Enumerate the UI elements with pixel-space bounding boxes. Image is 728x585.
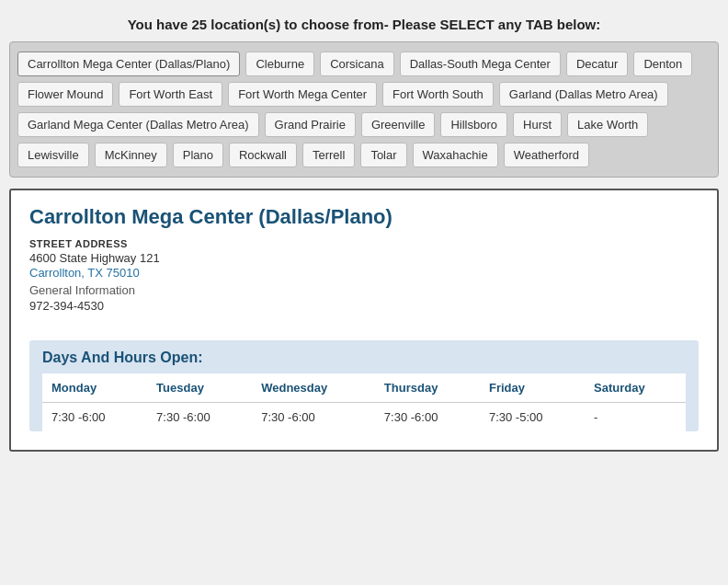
tab-garland-dallas[interactable]: Garland (Dallas Metro Area) xyxy=(499,82,668,107)
tab-hillsboro[interactable]: Hillsboro xyxy=(440,112,507,137)
tab-flower-mound[interactable]: Flower Mound xyxy=(17,82,113,107)
tab-tolar[interactable]: Tolar xyxy=(360,143,406,167)
tab-grand-prairie[interactable]: Grand Prairie xyxy=(265,112,356,137)
hours-cell-thursday: 7:30 -6:00 xyxy=(375,403,480,432)
tab-mckinney[interactable]: McKinney xyxy=(95,143,167,167)
tab-denton[interactable]: Denton xyxy=(633,52,692,76)
day-header-tuesday: Tuesday xyxy=(147,373,252,403)
page-header: You have 25 location(s) to choose from- … xyxy=(9,9,719,41)
tab-fort-worth-south[interactable]: Fort Worth South xyxy=(382,82,494,107)
page-wrapper: You have 25 location(s) to choose from- … xyxy=(9,9,719,452)
street-address-label: STREET ADDRESS xyxy=(29,238,699,249)
tab-lake-worth[interactable]: Lake Worth xyxy=(567,112,648,137)
tab-waxahachie[interactable]: Waxahachie xyxy=(413,143,498,167)
hours-cell-friday: 7:30 -5:00 xyxy=(480,403,585,432)
day-header-thursday: Thursday xyxy=(375,373,480,403)
tab-plano[interactable]: Plano xyxy=(173,143,223,167)
tab-fort-worth-mega[interactable]: Fort Worth Mega Center xyxy=(228,82,377,107)
hours-cell-wednesday: 7:30 -6:00 xyxy=(252,403,375,432)
tab-decatur[interactable]: Decatur xyxy=(566,52,629,76)
tab-fort-worth-east[interactable]: Fort Worth East xyxy=(119,82,222,107)
tab-hurst[interactable]: Hurst xyxy=(513,112,562,137)
day-header-monday: Monday xyxy=(42,373,147,403)
tab-cleburne[interactable]: Cleburne xyxy=(245,52,314,76)
city-state: Carrollton, TX 75010 xyxy=(29,266,699,280)
address-line1: 4600 State Highway 121 xyxy=(29,251,699,265)
hours-title: Days And Hours Open: xyxy=(42,350,686,373)
tab-rockwall[interactable]: Rockwall xyxy=(229,143,297,167)
tab-terrell[interactable]: Terrell xyxy=(302,143,355,167)
phone-number: 972-394-4530 xyxy=(29,299,699,313)
hours-cell-saturday: - xyxy=(585,403,686,432)
tab-greenville[interactable]: Greenville xyxy=(361,112,436,137)
detail-panel: Carrollton Mega Center (Dallas/Plano) ST… xyxy=(9,189,719,452)
tab-carrollton-mega[interactable]: Carrollton Mega Center (Dallas/Plano) xyxy=(17,52,240,76)
day-header-wednesday: Wednesday xyxy=(252,373,375,403)
hours-cell-tuesday: 7:30 -6:00 xyxy=(147,403,252,432)
tab-corsicana[interactable]: Corsicana xyxy=(320,52,394,76)
detail-title: Carrollton Mega Center (Dallas/Plano) xyxy=(29,205,699,229)
tab-dallas-south-mega[interactable]: Dallas-South Mega Center xyxy=(400,52,561,76)
hours-table: MondayTuesdayWednesdayThursdayFridaySatu… xyxy=(42,373,686,431)
day-header-saturday: Saturday xyxy=(585,373,686,403)
tab-weatherford[interactable]: Weatherford xyxy=(504,143,589,167)
general-info-label: General Information xyxy=(29,283,699,297)
hours-section: Days And Hours Open: MondayTuesdayWednes… xyxy=(29,340,699,431)
hours-cell-monday: 7:30 -6:00 xyxy=(42,403,147,432)
tab-garland-mega[interactable]: Garland Mega Center (Dallas Metro Area) xyxy=(17,112,259,137)
tabs-container: Carrollton Mega Center (Dallas/Plano)Cle… xyxy=(9,41,719,178)
tab-lewisville[interactable]: Lewisville xyxy=(17,143,89,167)
day-header-friday: Friday xyxy=(480,373,585,403)
